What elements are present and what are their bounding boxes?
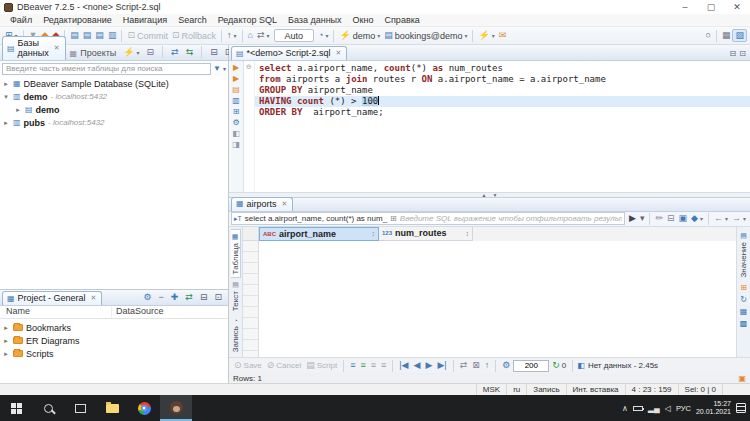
script-tab-close-icon[interactable]: ✕	[336, 49, 342, 57]
tray-expand-icon[interactable]: ∧	[622, 404, 628, 413]
tab-close-icon[interactable]: ✕	[54, 44, 60, 52]
battery-icon[interactable]	[633, 406, 643, 411]
dbeaver-taskbar-button[interactable]	[160, 395, 192, 421]
row-number-cell[interactable]	[243, 241, 258, 252]
column-datasource[interactable]: DataSource	[112, 306, 164, 318]
presentation-tab-таблица[interactable]: ▦Таблица	[231, 229, 241, 278]
expand-chevron-icon[interactable]: ▸	[2, 324, 10, 332]
toggle-panels-button[interactable]: ⊠	[470, 360, 482, 371]
new-sql-editor-button[interactable]: ▤	[81, 30, 94, 41]
network-icon[interactable]: ▂▄	[648, 404, 660, 413]
expand-chevron-icon[interactable]: ▸	[14, 106, 22, 114]
next-page-button[interactable]: ▶	[423, 360, 434, 371]
schema-browser-button[interactable]: ⌂	[246, 30, 255, 41]
value-viewer-button[interactable]: ⊞	[740, 283, 747, 292]
menu-4[interactable]: Search	[173, 15, 212, 25]
minimize-button[interactable]: –	[672, 0, 698, 14]
duplicate-row-button[interactable]: ≡	[369, 360, 378, 371]
filter-rows-button[interactable]: ≡	[348, 360, 357, 371]
menu-3[interactable]: Навигация	[118, 15, 172, 25]
refresh-button[interactable]: ↻ 0	[550, 360, 568, 371]
open-perspective-button[interactable]: ▦	[720, 30, 733, 41]
row-number-cell[interactable]	[243, 340, 258, 351]
row-number-cell[interactable]	[243, 307, 258, 318]
sql-line-3[interactable]: GROUP BY airport_name	[255, 85, 750, 96]
filter-dropdown-icon[interactable]: ▾	[223, 65, 226, 72]
execute-new-tab-button[interactable]: ▶	[233, 74, 239, 83]
menu-7[interactable]: Окно	[348, 15, 379, 25]
language-indicator[interactable]: РУС	[676, 404, 691, 413]
proj-link-button[interactable]: ⇄	[183, 292, 195, 303]
last-page-button[interactable]: ▶|	[435, 360, 448, 371]
recent-sql-editor-button[interactable]: ▤	[93, 30, 106, 41]
row-number-cell[interactable]	[243, 263, 258, 274]
column-header-num_routes[interactable]: 123num_routes↕	[379, 227, 473, 241]
proj-collapse-button[interactable]: −	[157, 292, 166, 303]
sort-filter-icon[interactable]: ↕	[372, 230, 376, 237]
expand-chevron-icon[interactable]: ▸	[2, 119, 10, 127]
results-tab-close-icon[interactable]: ✕	[282, 200, 288, 208]
menu-1[interactable]: Файл	[5, 15, 37, 25]
presentation-tab-запись[interactable]: ◔Запись	[231, 314, 240, 355]
chrome-button[interactable]	[128, 395, 160, 421]
close-button[interactable]: ✕	[724, 0, 750, 14]
column-name[interactable]: Name	[0, 306, 112, 318]
filter-history-button[interactable]: ▾	[638, 213, 647, 224]
navigator-tree-item[interactable]: ▾▥demo - localhost:5432	[0, 90, 228, 103]
expand-chevron-icon[interactable]: ▸	[2, 337, 10, 345]
navigator-tree-item[interactable]: ▸▦DBeaver Sample Database (SQLite)	[0, 77, 228, 90]
database-select[interactable]: ▤bookings@demo▾	[382, 30, 469, 42]
data-transfer-button[interactable]: ⇄▾	[255, 30, 272, 41]
grid-corner[interactable]	[243, 227, 259, 241]
nav-prev-result-button[interactable]: ←▾	[712, 213, 730, 224]
filter-expression-input[interactable]	[400, 213, 622, 224]
sql-line-1[interactable]: select a.airport_name, count(*) as num_r…	[255, 63, 750, 74]
proj-settings-button[interactable]: ⚙	[141, 292, 153, 303]
menu-2[interactable]: Редактирование	[38, 15, 117, 25]
nav-new-connection-button[interactable]: ⚡▾	[121, 47, 141, 58]
apply-filter-button[interactable]: ▶	[627, 213, 638, 224]
clear-filter-button[interactable]: ✏	[653, 213, 665, 224]
toggle-panel-right-button[interactable]: ◨	[232, 140, 240, 149]
nav-next-result-button[interactable]: →▾	[730, 213, 748, 224]
tab-script[interactable]: ▤ *<demo> Script-2.sql ✕	[231, 46, 347, 60]
commit-mode-button[interactable]: ◔▾	[316, 30, 330, 41]
column-header-airport_name[interactable]: ABCairport_name↕	[259, 227, 379, 241]
menu-8[interactable]: Справка	[380, 15, 425, 25]
file-explorer-button[interactable]	[96, 395, 128, 421]
sql-line-4[interactable]: HAVING count (*) > 100	[255, 96, 750, 107]
run-task-button[interactable]: ⚡▾	[476, 30, 496, 41]
panel-config-button[interactable]: ◆▾	[689, 213, 705, 224]
nav-collapse-all-button[interactable]: ⊟	[145, 47, 157, 58]
project-tree-item[interactable]: ▸Scripts	[0, 347, 228, 360]
row-number-cell[interactable]	[243, 329, 258, 340]
export-results-button[interactable]: ↑	[483, 360, 492, 371]
row-number-cell[interactable]	[243, 285, 258, 296]
sql-line-5[interactable]: ORDER BY airport_name;	[255, 107, 750, 118]
nav-minimize-button[interactable]: ⊟	[208, 47, 220, 58]
results-grid[interactable]: ABCairport_name↕123num_routes↕	[243, 227, 736, 358]
value-refresh-button[interactable]: ↻	[740, 295, 747, 304]
tab-databases[interactable]: ▤ Базы данных ✕	[2, 36, 66, 60]
value-panel-tab[interactable]: ▤Значение	[739, 229, 748, 280]
fetch-settings-button[interactable]: ⚙	[500, 360, 512, 371]
tab-projects[interactable]: ▦ Проекты	[66, 47, 122, 60]
project-tree-item[interactable]: ▸Bookmarks	[0, 321, 228, 334]
taskbar-search-button[interactable]	[32, 395, 64, 421]
sort-filter-icon[interactable]: ↕	[466, 230, 470, 237]
volume-icon[interactable]: ◁	[665, 404, 671, 413]
dbeaver-perspective-button[interactable]: ▨	[732, 29, 747, 42]
tab-project-general[interactable]: ▦ Project - General ✕	[2, 291, 102, 305]
notification-center-icon[interactable]	[736, 403, 746, 413]
navigator-tree-item[interactable]: ▸▤demo	[0, 103, 228, 116]
menu-5[interactable]: Редактор SQL	[213, 15, 282, 25]
prev-page-button[interactable]: ◀	[412, 360, 423, 371]
save-filter-button[interactable]: ▣	[677, 213, 690, 224]
row-number-cell[interactable]	[243, 318, 258, 329]
value-grid-button[interactable]: ▦	[740, 307, 748, 316]
expand-chevron-icon[interactable]: ▸	[2, 350, 10, 358]
presentation-tab-текст[interactable]: ▤Текст	[231, 278, 240, 314]
proj-minimize-button[interactable]: ⊟	[198, 292, 210, 303]
query-export-button[interactable]: ⊞	[233, 107, 240, 116]
open-sql-editor-button[interactable]: ▤	[68, 30, 81, 41]
